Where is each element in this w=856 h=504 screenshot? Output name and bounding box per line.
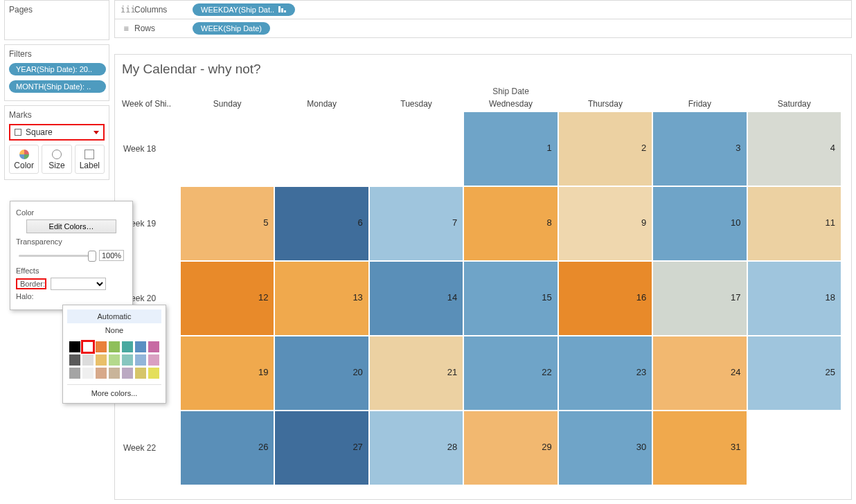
filters-card: Filters YEAR(Ship Date): 20.. MONTH(Ship… xyxy=(4,44,109,101)
calendar-cell[interactable]: 21 xyxy=(369,336,463,411)
calendar-cell[interactable]: 26 xyxy=(180,411,274,485)
rows-icon: ≡ xyxy=(121,24,132,33)
color-button[interactable]: Color xyxy=(9,145,39,174)
columns-shelf[interactable]: iii Columns WEEKDAY(Ship Dat.. xyxy=(114,0,852,19)
columns-pill[interactable]: WEEKDAY(Ship Dat.. xyxy=(193,3,295,16)
color-swatch[interactable] xyxy=(122,368,133,379)
calendar-cell[interactable]: 10 xyxy=(652,186,747,261)
day-number: 22 xyxy=(542,367,551,377)
day-header: Monday xyxy=(274,96,368,111)
viz-title[interactable]: My Calendar - why not? xyxy=(122,62,841,77)
calendar-cell[interactable]: 6 xyxy=(274,186,368,261)
calendar-cell[interactable] xyxy=(747,411,841,485)
palette-automatic[interactable]: Automatic xyxy=(67,309,161,323)
color-swatch[interactable] xyxy=(148,354,159,366)
color-swatch[interactable] xyxy=(135,341,146,352)
day-header: Tuesday xyxy=(369,96,463,111)
color-swatch[interactable] xyxy=(96,368,107,379)
calendar-cell[interactable]: 3 xyxy=(652,111,747,186)
label-button[interactable]: Label xyxy=(75,145,105,174)
calendar-cell[interactable]: 1 xyxy=(463,111,558,186)
calendar-cell[interactable]: 8 xyxy=(463,186,558,261)
color-swatch[interactable] xyxy=(82,341,93,352)
marks-type-select[interactable]: Square xyxy=(9,124,105,141)
calendar-cell[interactable]: 18 xyxy=(747,261,841,336)
svg-rect-2 xyxy=(284,10,286,12)
calendar-cell[interactable]: 15 xyxy=(463,261,558,336)
calendar-cell[interactable]: 23 xyxy=(558,336,652,411)
calendar-cell[interactable]: 28 xyxy=(369,411,463,485)
color-swatch[interactable] xyxy=(82,368,93,379)
calendar-cell[interactable]: 14 xyxy=(369,261,463,336)
calendar-cell[interactable]: 13 xyxy=(274,261,368,336)
color-popup: Color Edit Colors… Transparency 100% Eff… xyxy=(10,201,133,310)
color-swatch[interactable] xyxy=(109,368,120,379)
color-swatch[interactable] xyxy=(96,341,107,352)
size-label: Size xyxy=(48,161,64,170)
calendar-cell[interactable]: 9 xyxy=(558,186,652,261)
calendar-cell[interactable] xyxy=(369,111,463,186)
day-number: 19 xyxy=(258,367,268,377)
transparency-slider[interactable]: 100% xyxy=(19,249,124,262)
square-icon xyxy=(15,129,21,136)
color-swatch[interactable] xyxy=(109,354,120,366)
color-swatch[interactable] xyxy=(96,354,107,366)
rows-shelf[interactable]: ≡ Rows WEEK(Ship Date) xyxy=(114,19,852,38)
transparency-value[interactable]: 100% xyxy=(99,250,124,261)
calendar-cell[interactable]: 16 xyxy=(558,261,652,336)
edit-colors-button[interactable]: Edit Colors… xyxy=(26,219,116,233)
calendar-cell[interactable]: 11 xyxy=(747,186,841,261)
day-number: 21 xyxy=(447,367,457,377)
effects-label: Effects xyxy=(16,267,127,275)
color-swatch[interactable] xyxy=(109,341,120,352)
calendar-cell[interactable]: 29 xyxy=(463,411,558,485)
calendar-cell[interactable]: 25 xyxy=(747,336,841,411)
calendar-cell[interactable]: 22 xyxy=(463,336,558,411)
calendar-cell[interactable]: 24 xyxy=(652,336,747,411)
slider-thumb[interactable] xyxy=(88,251,96,262)
calendar-cell[interactable]: 27 xyxy=(274,411,368,485)
color-swatch[interactable] xyxy=(69,368,80,379)
calendar-cell[interactable]: 20 xyxy=(274,336,368,411)
color-swatch[interactable] xyxy=(122,341,133,352)
calendar-cell[interactable]: 5 xyxy=(180,186,274,261)
color-swatch[interactable] xyxy=(135,368,146,379)
calendar-cell[interactable]: 19 xyxy=(180,336,274,411)
calendar-cell[interactable] xyxy=(180,111,274,186)
day-number: 7 xyxy=(452,217,457,228)
color-swatch[interactable] xyxy=(135,354,146,366)
pages-title: Pages xyxy=(9,5,105,15)
filter-pill[interactable]: YEAR(Ship Date): 20.. xyxy=(9,63,106,75)
palette-none[interactable]: None xyxy=(67,323,161,337)
color-swatch[interactable] xyxy=(148,368,159,379)
rows-pill[interactable]: WEEK(Ship Date) xyxy=(193,22,270,35)
calendar-cell[interactable]: 12 xyxy=(180,261,274,336)
color-swatch[interactable] xyxy=(69,354,80,366)
calendar-cell[interactable]: 4 xyxy=(747,111,841,186)
more-colors[interactable]: More colors... xyxy=(67,384,161,397)
day-number: 26 xyxy=(258,442,268,452)
calendar-cell[interactable]: 30 xyxy=(558,411,652,485)
day-number: 15 xyxy=(542,292,551,303)
day-number: 28 xyxy=(447,442,457,452)
day-number: 30 xyxy=(636,442,646,452)
label-icon xyxy=(84,150,94,159)
filters-title: Filters xyxy=(9,49,105,59)
size-button[interactable]: Size xyxy=(42,145,71,174)
transparency-label: Transparency xyxy=(16,237,127,246)
color-swatch[interactable] xyxy=(122,354,133,366)
color-swatch[interactable] xyxy=(69,341,80,352)
calendar-cell[interactable]: 17 xyxy=(652,261,747,336)
filter-pill[interactable]: MONTH(Ship Date): .. xyxy=(9,80,106,93)
calendar-cell[interactable]: 2 xyxy=(558,111,652,186)
color-swatch[interactable] xyxy=(82,354,93,366)
day-number: 5 xyxy=(263,217,268,228)
day-number: 1 xyxy=(546,143,551,153)
day-number: 13 xyxy=(353,292,362,303)
marks-card: Marks Square Color Size Label xyxy=(4,105,109,180)
calendar-cell[interactable]: 31 xyxy=(652,411,747,485)
calendar-cell[interactable] xyxy=(274,111,368,186)
calendar-cell[interactable]: 7 xyxy=(369,186,463,261)
color-swatch[interactable] xyxy=(148,341,159,352)
border-select[interactable] xyxy=(51,278,106,290)
